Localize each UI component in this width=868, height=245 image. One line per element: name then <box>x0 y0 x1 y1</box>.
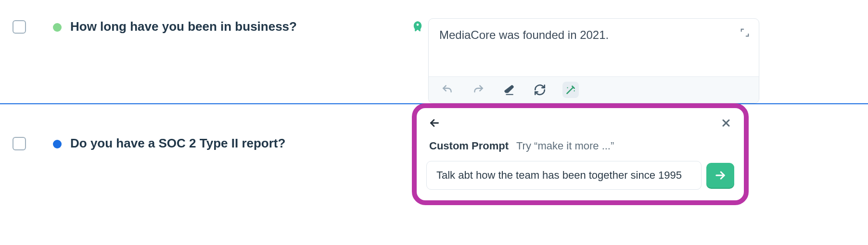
question-row: How long have you been in business? Medi… <box>0 0 868 103</box>
prompt-hint: Try “make it more ...” <box>516 140 614 152</box>
question-text[interactable]: Do you have a SOC 2 Type II report? <box>70 135 285 152</box>
answer-text: MediaCore was founded in 2021. <box>439 28 730 42</box>
question-row: Do you have a SOC 2 Type II report? Cust… <box>0 104 868 152</box>
expand-icon[interactable] <box>740 27 750 38</box>
refresh-button[interactable] <box>532 82 548 98</box>
answer-body[interactable]: MediaCore was founded in 2021. <box>429 19 759 76</box>
rocket-icon <box>411 20 424 34</box>
svg-point-0 <box>574 90 575 91</box>
question-left: Do you have a SOC 2 Type II report? <box>0 135 409 152</box>
select-checkbox[interactable] <box>13 137 26 150</box>
eraser-button[interactable] <box>501 82 517 98</box>
submit-prompt-button[interactable] <box>706 163 734 188</box>
arrow-right-icon <box>714 169 727 182</box>
question-left: How long have you been in business? <box>0 18 409 35</box>
answer-toolbar <box>429 76 759 103</box>
prompt-title: Custom Prompt <box>429 140 509 152</box>
prompt-labels: Custom Prompt Try “make it more ...” <box>426 140 734 152</box>
prompt-input-row <box>426 161 734 190</box>
status-dot <box>53 23 62 32</box>
answer-card: MediaCore was founded in 2021. <box>428 18 759 103</box>
svg-point-1 <box>567 87 568 88</box>
prompt-header <box>426 115 734 131</box>
redo-button[interactable] <box>470 82 486 98</box>
close-icon <box>720 117 732 129</box>
question-text[interactable]: How long have you been in business? <box>70 18 297 35</box>
status-dot <box>53 140 62 148</box>
ai-rocket-icon <box>409 18 426 34</box>
undo-button[interactable] <box>439 82 456 98</box>
select-checkbox[interactable] <box>13 20 26 34</box>
magic-wand-button[interactable] <box>562 82 579 98</box>
prompt-input[interactable] <box>426 161 702 190</box>
custom-prompt-panel: Custom Prompt Try “make it more ...” <box>412 103 749 205</box>
close-button[interactable] <box>718 115 734 131</box>
arrow-left-icon <box>428 117 441 129</box>
back-button[interactable] <box>426 115 443 131</box>
